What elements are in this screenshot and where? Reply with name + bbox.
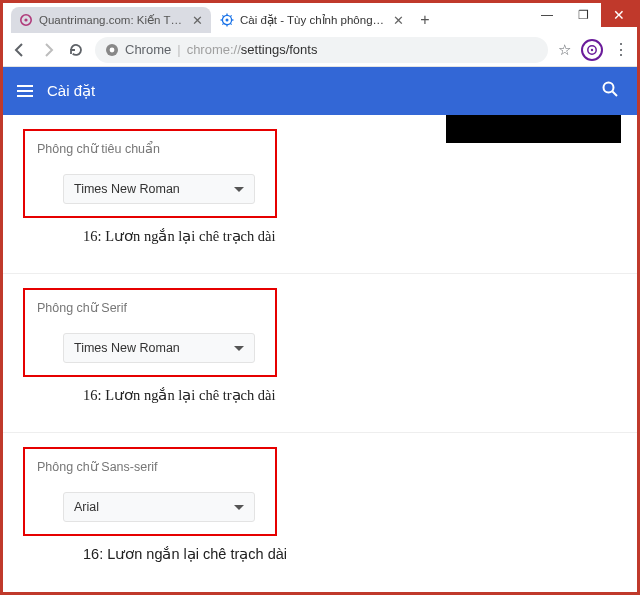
font-select-standard[interactable]: Times New Roman <box>63 174 255 204</box>
font-select-sans[interactable]: Arial <box>63 492 255 522</box>
svg-line-17 <box>613 92 618 97</box>
tab-strip: Quantrimang.com: Kiến Thức ✕ Cài đặt - T… <box>3 3 529 33</box>
settings-content[interactable]: Phông chữ tiêu chuẩn Times New Roman 16:… <box>3 115 637 592</box>
chrome-icon <box>105 43 119 57</box>
back-button[interactable] <box>11 42 29 58</box>
font-sample-text: 16: Lươn ngắn lại chê trạch dài <box>23 536 617 576</box>
reload-button[interactable] <box>67 42 85 58</box>
tab-title: Cài đặt - Tùy chỉnh phông chữ <box>240 13 387 27</box>
browser-tab[interactable]: Quantrimang.com: Kiến Thức ✕ <box>11 7 211 33</box>
close-icon[interactable]: ✕ <box>393 13 404 28</box>
bookmark-star-icon[interactable]: ☆ <box>558 41 571 59</box>
window-titlebar: Quantrimang.com: Kiến Thức ✕ Cài đặt - T… <box>3 3 637 33</box>
address-separator: | <box>177 42 180 57</box>
font-select-serif[interactable]: Times New Roman <box>63 333 255 363</box>
svg-point-3 <box>226 19 229 22</box>
toolbar: Chrome | chrome://settings/fonts ☆ ⋮ <box>3 33 637 67</box>
svg-point-13 <box>110 47 115 52</box>
kebab-menu-icon[interactable]: ⋮ <box>613 40 629 59</box>
search-icon[interactable] <box>601 80 619 102</box>
address-bar[interactable]: Chrome | chrome://settings/fonts <box>95 37 548 63</box>
highlight-box: Phông chữ tiêu chuẩn Times New Roman <box>23 129 277 218</box>
font-section-sans: Phông chữ Sans-serif Arial 16: Lươn ngắn… <box>3 433 637 590</box>
font-sample-text: 16: Lươn ngắn lại chê trạch dài <box>23 377 617 418</box>
chevron-down-icon <box>234 187 244 192</box>
minimize-button[interactable]: — <box>529 3 565 27</box>
address-url: chrome://settings/fonts <box>187 42 318 57</box>
window-controls: — ❐ ✕ <box>529 3 637 27</box>
favicon-quantrimang <box>19 13 33 27</box>
new-tab-button[interactable]: + <box>413 8 437 32</box>
highlight-box: Phông chữ Sans-serif Arial <box>23 447 277 536</box>
browser-tab-active[interactable]: Cài đặt - Tùy chỉnh phông chữ ✕ <box>212 7 412 33</box>
svg-point-15 <box>591 48 593 50</box>
page-title: Cài đặt <box>47 82 95 100</box>
svg-line-8 <box>222 15 223 16</box>
svg-line-10 <box>222 23 223 24</box>
svg-point-1 <box>24 18 27 21</box>
address-origin-label: Chrome <box>125 42 171 57</box>
overlay-redaction <box>446 115 621 143</box>
favicon-settings <box>220 13 234 27</box>
select-value: Arial <box>74 500 99 514</box>
select-value: Times New Roman <box>74 182 180 196</box>
svg-line-9 <box>230 23 231 24</box>
font-section-serif: Phông chữ Serif Times New Roman 16: Lươn… <box>3 274 637 433</box>
svg-line-11 <box>230 15 231 16</box>
chevron-down-icon <box>234 346 244 351</box>
maximize-button[interactable]: ❐ <box>565 3 601 27</box>
close-window-button[interactable]: ✕ <box>601 3 637 27</box>
tab-title: Quantrimang.com: Kiến Thức <box>39 13 186 27</box>
extension-icon[interactable] <box>581 39 603 61</box>
hamburger-menu-icon[interactable] <box>17 85 33 97</box>
svg-point-16 <box>604 83 614 93</box>
section-label: Phông chữ tiêu chuẩn <box>37 141 263 156</box>
font-sample-text: 16: Lươn ngắn lại chê trạch dài <box>23 218 617 259</box>
section-label: Phông chữ Sans-serif <box>37 459 263 474</box>
select-value: Times New Roman <box>74 341 180 355</box>
section-label: Phông chữ Serif <box>37 300 263 315</box>
settings-header: Cài đặt <box>3 67 637 115</box>
close-icon[interactable]: ✕ <box>192 13 203 28</box>
highlight-box: Phông chữ Serif Times New Roman <box>23 288 277 377</box>
chevron-down-icon <box>234 505 244 510</box>
forward-button[interactable] <box>39 42 57 58</box>
